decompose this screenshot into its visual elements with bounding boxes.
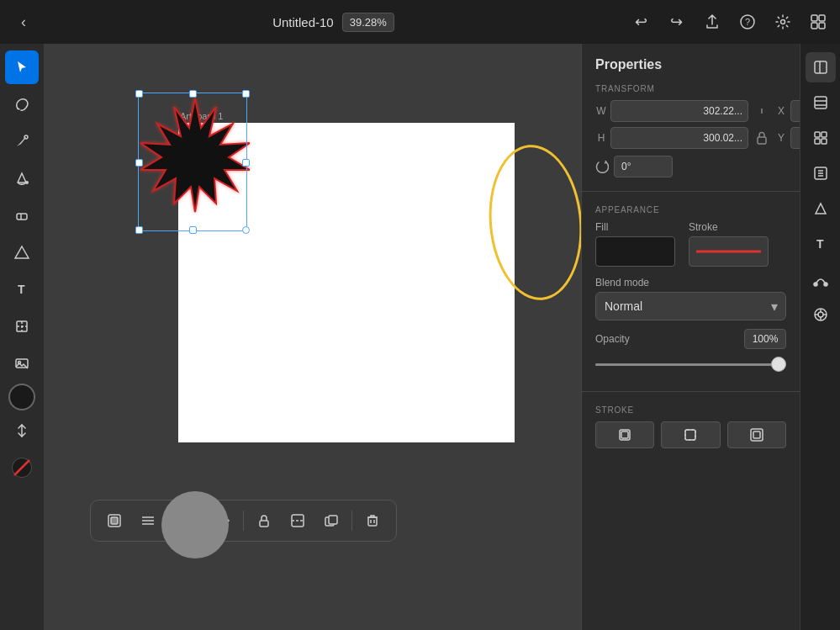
- plugins-button[interactable]: [806, 10, 830, 34]
- x-field-row: X: [775, 100, 800, 122]
- gray-circle: [161, 491, 229, 559]
- svg-marker-11: [15, 246, 29, 258]
- rotate-input[interactable]: [614, 156, 673, 177]
- svg-point-2: [780, 20, 785, 24]
- zoom-level[interactable]: 39.28%: [342, 13, 394, 32]
- back-button[interactable]: ‹: [10, 8, 37, 35]
- help-button[interactable]: ?: [736, 10, 759, 34]
- y-input[interactable]: [790, 127, 800, 149]
- blend-mode-select[interactable]: Normal Multiply Screen Overlay: [595, 292, 786, 320]
- svg-rect-5: [811, 23, 817, 29]
- redo-button[interactable]: ↪: [665, 10, 689, 34]
- lasso-tool[interactable]: [5, 87, 39, 121]
- svg-rect-32: [260, 521, 268, 527]
- x-input[interactable]: [790, 100, 800, 122]
- select-tool[interactable]: [5, 50, 39, 84]
- svg-rect-45: [685, 430, 695, 440]
- opacity-row: Opacity 100%: [595, 329, 786, 349]
- top-bar-right: ↩ ↪ ?: [630, 10, 830, 34]
- stroke-section-label: STROKE: [595, 402, 786, 421]
- svg-rect-56: [822, 139, 827, 144]
- shape-tool[interactable]: [5, 236, 39, 269]
- align-button[interactable]: [133, 506, 163, 536]
- lock-icon: [753, 130, 770, 146]
- blend-mode-label: Blend mode: [595, 277, 786, 289]
- eraser-tool[interactable]: [5, 199, 39, 232]
- svg-rect-55: [815, 139, 820, 144]
- opacity-slider-row[interactable]: [595, 356, 786, 373]
- w-label: W: [595, 105, 607, 117]
- selection-mode-button[interactable]: [99, 506, 129, 536]
- svg-point-65: [818, 312, 823, 317]
- ctx-divider-2: [243, 511, 244, 531]
- context-toolbar: [90, 500, 397, 542]
- blend-mode-row: Blend mode Normal Multiply Screen Overla…: [595, 277, 786, 320]
- fill-tool[interactable]: [5, 161, 39, 195]
- svg-rect-24: [111, 517, 118, 524]
- opacity-thumb[interactable]: [771, 357, 786, 372]
- stroke-swatch[interactable]: [689, 236, 769, 267]
- properties-panel: Properties TRANSFORM W X H: [581, 44, 800, 630]
- fill-swatch[interactable]: [595, 236, 675, 267]
- stroke-align-inside[interactable]: [595, 421, 654, 448]
- svg-text:T: T: [816, 237, 824, 251]
- crop-tool[interactable]: [5, 310, 39, 343]
- share-button[interactable]: [700, 10, 724, 34]
- delete-button[interactable]: [357, 506, 388, 536]
- transform-grid: W X H: [582, 100, 800, 156]
- svg-rect-36: [329, 516, 337, 524]
- svg-point-63: [824, 283, 827, 286]
- settings-button[interactable]: [771, 10, 795, 34]
- stroke-line: [696, 251, 761, 253]
- fill-stroke-row: Fill Stroke: [595, 221, 786, 267]
- layers-panel-toggle[interactable]: [806, 87, 836, 118]
- svg-marker-22: [140, 98, 250, 212]
- properties-title: Properties: [582, 44, 800, 81]
- lock-button[interactable]: [249, 506, 279, 536]
- path-panel-toggle[interactable]: [806, 264, 836, 294]
- blend-mode-select-wrap: Normal Multiply Screen Overlay: [595, 292, 786, 320]
- plugins-panel-toggle[interactable]: [806, 299, 836, 330]
- opacity-label: Opacity: [595, 333, 630, 345]
- arrange-button[interactable]: [316, 506, 346, 536]
- properties-panel-toggle[interactable]: [806, 52, 836, 82]
- undo-button[interactable]: ↩: [630, 10, 653, 34]
- type-panel-toggle[interactable]: T: [806, 229, 836, 259]
- top-bar-left: ‹: [10, 8, 37, 35]
- top-bar-center: Untitled-10 39.28%: [272, 13, 394, 32]
- image-tool[interactable]: [5, 347, 39, 380]
- stroke-align-outside[interactable]: [727, 421, 786, 448]
- mask-button[interactable]: [283, 506, 313, 536]
- svg-rect-44: [685, 430, 695, 440]
- star-svg: [140, 94, 250, 229]
- top-bar: ‹ Untitled-10 39.28% ↩ ↪ ?: [0, 0, 840, 44]
- canvas-area[interactable]: Artboard 1: [44, 44, 581, 630]
- left-toolbar: T: [0, 44, 44, 630]
- arrange-tool[interactable]: [5, 414, 39, 447]
- svg-rect-8: [25, 181, 29, 184]
- opacity-value[interactable]: 100%: [744, 329, 786, 349]
- y-field-row: Y: [775, 127, 800, 149]
- divider-1: [582, 191, 800, 192]
- x-label: X: [775, 105, 787, 117]
- far-right-panel: T: [800, 44, 840, 630]
- height-input[interactable]: [610, 127, 748, 149]
- document-title: Untitled-10: [272, 15, 334, 29]
- pen-tool[interactable]: [5, 124, 39, 158]
- fill-label: Fill: [595, 221, 675, 233]
- rotate-row: [582, 156, 800, 188]
- star-shape[interactable]: [140, 94, 250, 232]
- stroke-align-center[interactable]: [661, 421, 720, 448]
- color-swatch[interactable]: [8, 384, 35, 410]
- appearance-label: APPEARANCE: [595, 202, 786, 221]
- transform-panel-toggle[interactable]: [806, 193, 836, 224]
- arrange-panel-toggle[interactable]: [806, 158, 836, 188]
- svg-rect-9: [17, 214, 27, 220]
- stroke-section: STROKE: [582, 395, 800, 458]
- width-input[interactable]: [610, 100, 748, 122]
- svg-rect-37: [368, 517, 377, 526]
- text-tool[interactable]: T: [5, 273, 39, 306]
- assets-panel-toggle[interactable]: [806, 123, 836, 153]
- svg-rect-53: [815, 132, 820, 137]
- no-fill-tool[interactable]: [5, 451, 39, 484]
